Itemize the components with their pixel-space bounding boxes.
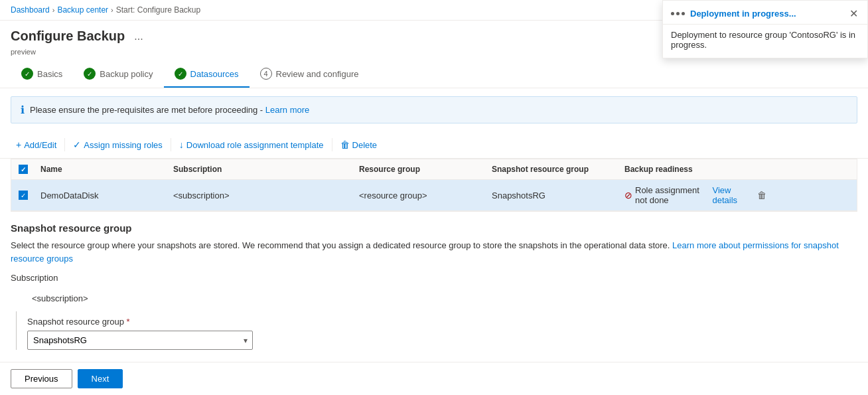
row-subscription: <subscription>	[168, 180, 301, 210]
tabs-container: ✓ Basics ✓ Backup policy ✓ Datasources 4…	[0, 61, 868, 88]
snapshot-rg-select[interactable]: SnapshotsRG	[27, 331, 253, 350]
snapshot-rg-select-wrapper: SnapshotsRG ▾	[27, 331, 253, 350]
backup-policy-check-icon: ✓	[84, 68, 96, 80]
toolbar: + Add/Edit ✓ Assign missing roles ↓ Down…	[0, 131, 868, 159]
breadcrumb-current: Start: Configure Backup	[116, 5, 200, 15]
form-tree: Snapshot resource group * SnapshotsRG ▾	[16, 311, 857, 350]
download-template-button[interactable]: ↓ Download role assignment template	[174, 137, 329, 153]
breadcrumb-dashboard[interactable]: Dashboard	[11, 5, 50, 15]
row-delete[interactable]: 🗑	[752, 180, 778, 210]
table-row: ✓ DemoDataDisk <subscription> <resource …	[11, 180, 857, 211]
col-name: Name	[35, 159, 168, 179]
download-icon: ↓	[179, 139, 184, 150]
toolbar-separator-1	[64, 138, 65, 151]
col-subscription: Subscription	[168, 159, 301, 179]
previous-button[interactable]: Previous	[11, 369, 72, 388]
basics-check-icon: ✓	[21, 68, 33, 80]
row-delete-button[interactable]: 🗑	[757, 190, 766, 200]
readiness-text: Role assignment not done	[635, 185, 710, 205]
select-all-checkbox[interactable]: ✓	[19, 165, 28, 174]
assign-roles-button[interactable]: ✓ Assign missing roles	[68, 137, 168, 153]
subscription-label: Subscription	[11, 273, 58, 283]
snapshot-section-title: Snapshot resource group	[11, 222, 857, 234]
table-header: ✓ Name Subscription Resource group Snaps…	[11, 159, 857, 180]
notification-header: Deployment in progress... ✕	[663, 1, 867, 25]
col-snapshot-rg: Snapshot resource group	[486, 159, 619, 179]
review-num-icon: 4	[260, 68, 272, 80]
toolbar-separator-2	[171, 138, 171, 151]
next-button[interactable]: Next	[78, 369, 123, 388]
info-banner-text: Please ensure the pre-requisites are met…	[30, 105, 263, 115]
row-readiness: ⊘ Role assignment not done View details	[619, 180, 752, 210]
row-checkbox-cell[interactable]: ✓	[11, 180, 35, 210]
notification-close-button[interactable]: ✕	[848, 7, 859, 20]
trash-icon: 🗑	[340, 139, 350, 150]
info-banner-link[interactable]: Learn more	[265, 105, 309, 115]
toolbar-separator-3	[332, 138, 332, 151]
snapshot-section: Snapshot resource group Select the resou…	[11, 222, 857, 381]
snapshot-rg-field-row: SnapshotsRG ▾	[27, 331, 857, 350]
col-actions	[752, 159, 778, 179]
add-edit-button[interactable]: + Add/Edit	[11, 137, 62, 153]
view-details-link[interactable]: View details	[713, 185, 747, 205]
col-backup-readiness: Backup readiness	[619, 159, 752, 179]
tab-basics[interactable]: ✓ Basics	[11, 61, 73, 88]
row-snapshot-rg: SnapshotsRG	[486, 180, 619, 210]
add-icon: +	[16, 139, 21, 150]
col-sub-extra	[301, 159, 354, 179]
checkmark-icon: ✓	[73, 139, 81, 150]
snapshot-section-desc: Select the resource group where your sna…	[11, 239, 857, 265]
tab-backup-policy[interactable]: ✓ Backup policy	[73, 61, 163, 88]
subscription-row: Subscription	[11, 273, 857, 283]
required-marker: *	[127, 317, 130, 327]
header-checkbox-cell[interactable]: ✓	[11, 159, 35, 179]
datasources-table: ✓ Name Subscription Resource group Snaps…	[11, 159, 857, 212]
snapshot-rg-label: Snapshot resource group *	[27, 317, 130, 327]
notification-body: Deployment to resource group 'ContosoRG'…	[663, 25, 867, 58]
breadcrumb-backup-center[interactable]: Backup center	[57, 5, 108, 15]
delete-button[interactable]: 🗑 Delete	[335, 137, 383, 153]
ellipsis-button[interactable]: ...	[130, 29, 147, 44]
row-sub-extra	[301, 180, 354, 210]
info-icon: ℹ	[21, 104, 25, 116]
page-title: Configure Backup	[11, 29, 125, 44]
info-banner: ℹ Please ensure the pre-requisites are m…	[11, 96, 857, 123]
notification-popup: Deployment in progress... ✕ Deployment t…	[662, 0, 868, 58]
subscription-value: <subscription>	[32, 293, 857, 303]
tab-datasources[interactable]: ✓ Datasources	[164, 61, 250, 88]
row-name: DemoDataDisk	[35, 180, 168, 210]
row-checkbox[interactable]: ✓	[19, 191, 28, 200]
tab-review[interactable]: 4 Review and configure	[250, 61, 370, 88]
notification-title: Deployment in progress...	[690, 9, 796, 19]
footer: Previous Next	[0, 362, 868, 392]
snapshot-rg-row: Snapshot resource group * SnapshotsRG ▾	[27, 317, 857, 350]
row-resource-group: <resource group>	[354, 180, 486, 210]
datasources-check-icon: ✓	[175, 68, 186, 80]
error-icon: ⊘	[624, 190, 632, 200]
col-resource-group: Resource group	[354, 159, 486, 179]
notification-dots	[671, 12, 685, 15]
